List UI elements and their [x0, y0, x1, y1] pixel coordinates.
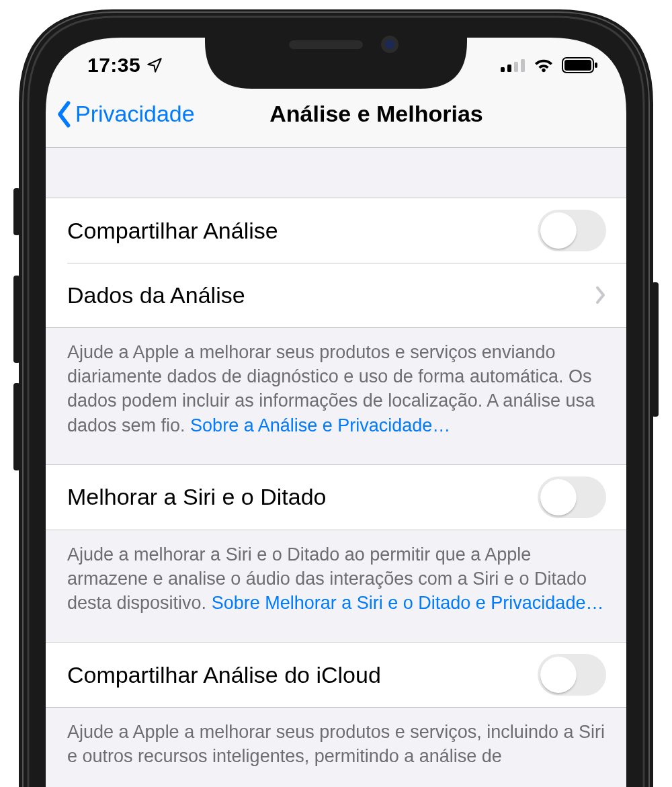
- row-share-icloud[interactable]: Compartilhar Análise do iCloud: [46, 643, 626, 707]
- svg-rect-1: [13, 276, 20, 363]
- spacer: [46, 148, 626, 198]
- status-bar: 17:35: [46, 38, 626, 81]
- screen: 17:35: [46, 38, 626, 787]
- footer-icloud: Ajude a Apple a melhorar seus produtos e…: [46, 708, 626, 787]
- svg-rect-12: [564, 60, 591, 71]
- status-right: [500, 56, 599, 74]
- wifi-icon: [532, 57, 555, 73]
- location-icon: [146, 56, 163, 74]
- toggle-knob: [540, 212, 577, 249]
- group-siri: Melhorar a Siri e o Ditado: [46, 464, 626, 530]
- svg-rect-2: [13, 383, 20, 470]
- footer-siri: Ajude a melhorar a Siri e o Ditado ao pe…: [46, 530, 626, 643]
- chevron-right-icon: [594, 285, 606, 305]
- footer-analysis: Ajude a Apple a melhorar seus produtos e…: [46, 328, 626, 464]
- group-analysis: Compartilhar Análise Dados da Análise: [46, 198, 626, 328]
- phone-frame: 17:35: [0, 0, 672, 787]
- link-about-analysis[interactable]: Sobre a Análise e Privacidade…: [190, 415, 450, 436]
- link-about-siri[interactable]: Sobre Melhorar a Siri e o Ditado e Priva…: [212, 593, 604, 613]
- svg-rect-7: [501, 67, 505, 72]
- back-label: Privacidade: [75, 101, 195, 127]
- svg-rect-0: [13, 188, 20, 235]
- svg-rect-13: [595, 63, 597, 68]
- cellular-icon: [500, 57, 526, 73]
- footer-text: Ajude a Apple a melhorar seus produtos e…: [67, 722, 605, 766]
- svg-rect-8: [507, 65, 511, 72]
- toggle-improve-siri[interactable]: [538, 477, 606, 518]
- row-label: Compartilhar Análise: [67, 218, 278, 244]
- page-title: Análise e Melhorias: [269, 101, 482, 127]
- svg-rect-10: [521, 59, 525, 72]
- toggle-share-icloud[interactable]: [538, 654, 606, 696]
- toggle-knob: [540, 657, 577, 693]
- row-label: Melhorar a Siri e o Ditado: [67, 484, 327, 510]
- row-label: Dados da Análise: [67, 282, 245, 308]
- battery-icon: [562, 56, 599, 74]
- chevron-left-icon: [55, 100, 74, 128]
- row-share-analysis[interactable]: Compartilhar Análise: [46, 198, 626, 263]
- row-improve-siri[interactable]: Melhorar a Siri e o Ditado: [46, 465, 626, 530]
- svg-rect-9: [514, 62, 518, 72]
- row-analysis-data[interactable]: Dados da Análise: [46, 263, 626, 327]
- status-left: 17:35: [87, 54, 163, 77]
- toggle-share-analysis[interactable]: [538, 210, 606, 251]
- group-icloud: Compartilhar Análise do iCloud: [46, 642, 626, 708]
- status-time: 17:35: [87, 54, 140, 77]
- nav-bar: Privacidade Análise e Melhorias: [46, 81, 626, 148]
- row-label: Compartilhar Análise do iCloud: [67, 662, 381, 688]
- svg-rect-3: [652, 282, 659, 417]
- back-button[interactable]: Privacidade: [55, 100, 195, 128]
- toggle-knob: [540, 479, 577, 515]
